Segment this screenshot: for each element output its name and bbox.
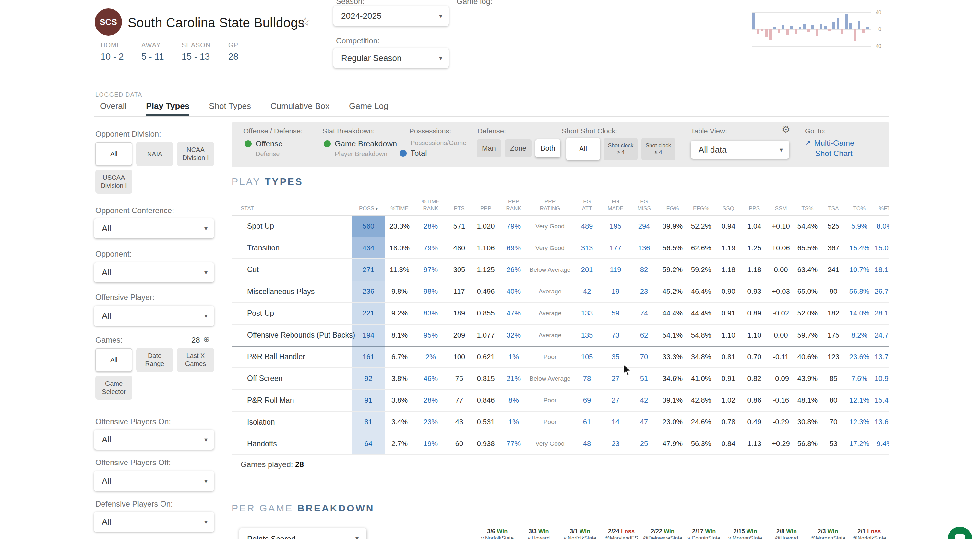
game-log-bar[interactable]	[832, 22, 835, 29]
multi-game-shot-chart-link[interactable]: ↗ Multi-Game	[805, 139, 854, 148]
tab-overall[interactable]: Overall	[100, 101, 126, 116]
cell-ppp-rank[interactable]: 1%	[500, 353, 527, 361]
column-header-ts[interactable]: TS%	[794, 205, 821, 215]
total-radio-option[interactable]: Total	[399, 149, 466, 158]
cell-fg-att[interactable]: 61	[573, 418, 601, 426]
offensive-player-select[interactable]: All ▾	[94, 306, 214, 326]
cell-fg-att[interactable]: 69	[573, 396, 601, 404]
cell-time-rank[interactable]: 28%	[414, 222, 447, 231]
globe-icon[interactable]: ⊕	[203, 334, 210, 344]
game-log-bar[interactable]	[824, 26, 827, 29]
cell-ft[interactable]: 9.4%	[872, 439, 889, 448]
cell-fg-att[interactable]: 105	[573, 353, 601, 361]
cell-ft[interactable]: 26.7%	[872, 287, 889, 296]
column-header-time-rank[interactable]: %TIME RANK	[414, 198, 447, 215]
game-log-bar[interactable]	[773, 27, 776, 29]
cell-poss[interactable]: 81	[352, 412, 385, 433]
game-log-bar[interactable]	[866, 27, 869, 29]
cell-fg-miss[interactable]: 51	[630, 374, 658, 383]
cell-to[interactable]: 12.3%	[846, 418, 872, 426]
cell-time-rank[interactable]: 28%	[414, 396, 447, 404]
cell-fg-made[interactable]: 35	[601, 353, 630, 361]
games-option-date-range[interactable]: Date Range	[136, 348, 173, 372]
cell-poss[interactable]: 194	[352, 325, 385, 346]
game-result-2-22[interactable]: 2/22 Win@DelawareState	[642, 528, 683, 539]
cell-ft[interactable]: 24.7%	[872, 331, 889, 339]
per-game-stat-select[interactable]: Points Scored ▾	[239, 528, 366, 539]
column-header-fg-made[interactable]: FG MADE	[601, 198, 630, 215]
column-header-stat[interactable]: STAT	[232, 205, 352, 215]
offense-radio-option[interactable]: Offense	[245, 139, 302, 148]
game-log-bar[interactable]	[765, 29, 768, 36]
cell-fg-att[interactable]: 48	[573, 439, 601, 448]
cell-fg-att[interactable]: 42	[573, 287, 601, 296]
favorite-star-icon[interactable]: ☆	[300, 14, 311, 29]
goto-link-line2[interactable]: Shot Chart	[815, 149, 854, 158]
cell-fg-made[interactable]: 73	[601, 331, 630, 339]
cell-to[interactable]: 56.8%	[846, 287, 872, 296]
cell-ppp-rank[interactable]: 32%	[500, 331, 527, 339]
cell-fg-miss[interactable]: 62	[630, 331, 658, 339]
column-header-tsa[interactable]: TSA	[821, 205, 846, 215]
column-header-ppp[interactable]: PPP	[471, 205, 500, 215]
cell-fg-miss[interactable]: 294	[630, 222, 658, 231]
cell-ppp-rank[interactable]: 8%	[500, 396, 527, 404]
shot-clock-option-shot-clock-4[interactable]: Shot clock > 4	[604, 138, 638, 160]
column-header-pps[interactable]: PPS	[741, 205, 767, 215]
column-header-fg-miss[interactable]: FG MISS	[630, 198, 658, 215]
cell-fg-miss[interactable]: 136	[630, 244, 658, 252]
shot-clock-option-all[interactable]: All	[566, 138, 600, 160]
cell-poss[interactable]: 236	[352, 281, 385, 302]
cell-ppp-rank[interactable]: 26%	[500, 266, 527, 274]
game-log-bar[interactable]	[862, 29, 865, 33]
tab-play-types[interactable]: Play Types	[146, 101, 189, 116]
game-result-3-6[interactable]: 3/6 Winv NorfolkState	[477, 528, 518, 539]
cell-poss[interactable]: 434	[352, 238, 385, 258]
competition-select[interactable]: Regular Season ▾	[333, 48, 449, 68]
cell-fg-made[interactable]: 119	[601, 266, 630, 274]
game-log-bar[interactable]	[854, 29, 856, 41]
division-option-all[interactable]: All	[95, 142, 132, 166]
game-result-3-1[interactable]: 3/1 Winv NorfolkState	[559, 528, 601, 539]
cell-fg-att[interactable]: 133	[573, 309, 601, 317]
cell-ppp-rank[interactable]: 77%	[500, 439, 527, 448]
division-option-ncaa-division-i[interactable]: NCAA Division I	[177, 142, 214, 166]
game-log-bar[interactable]	[849, 23, 852, 29]
cell-to[interactable]: 7.6%	[846, 374, 872, 383]
cell-poss[interactable]: 64	[352, 433, 385, 455]
game-log-bar[interactable]	[828, 29, 831, 32]
column-header-ssm[interactable]: SSM	[767, 205, 794, 215]
cell-time-rank[interactable]: 2%	[414, 353, 447, 361]
cell-fg-made[interactable]: 177	[601, 244, 630, 252]
cell-to[interactable]: 23.6%	[846, 353, 872, 361]
cell-ft[interactable]: 15.4%	[872, 396, 889, 404]
cell-time-rank[interactable]: 19%	[414, 439, 447, 448]
cell-time-rank[interactable]: 83%	[414, 309, 447, 317]
cell-ppp-rank[interactable]: 21%	[500, 374, 527, 383]
game-result-2-17[interactable]: 2/17 Winv CoppinState	[683, 528, 724, 539]
cell-time-rank[interactable]: 79%	[414, 244, 447, 252]
game-result-2-1[interactable]: 2/1 Loss@NorfolkState	[849, 528, 890, 539]
game-log-bar[interactable]	[794, 29, 797, 34]
cell-fg-miss[interactable]: 25	[630, 439, 658, 448]
cell-to[interactable]: 10.7%	[846, 266, 872, 274]
cell-ft[interactable]: 28.1%	[872, 309, 889, 317]
cell-fg-miss[interactable]: 70	[630, 353, 658, 361]
column-header-efg[interactable]: EFG%	[687, 205, 715, 215]
cell-ppp-rank[interactable]: 69%	[500, 244, 527, 252]
defense-radio-option[interactable]: Defense	[256, 150, 302, 158]
cell-fg-made[interactable]: 23	[601, 439, 630, 448]
games-option-all[interactable]: All	[95, 348, 132, 372]
game-breakdown-radio-option[interactable]: Game Breakdown	[324, 139, 397, 148]
game-log-bar[interactable]	[803, 24, 805, 29]
cell-ft[interactable]: 10.9%	[872, 374, 889, 383]
game-log-bar[interactable]	[816, 29, 818, 36]
cell-ft[interactable]: 15.0%	[872, 244, 889, 252]
cell-to[interactable]: 8.2%	[846, 331, 872, 339]
game-log-bar[interactable]	[782, 25, 784, 29]
defense-option-man[interactable]: Man	[477, 139, 501, 157]
cell-to[interactable]: 12.1%	[846, 396, 872, 404]
cell-fg-att[interactable]: 313	[573, 244, 601, 252]
cell-fg-made[interactable]: 27	[601, 396, 630, 404]
cell-fg-att[interactable]: 201	[573, 266, 601, 274]
